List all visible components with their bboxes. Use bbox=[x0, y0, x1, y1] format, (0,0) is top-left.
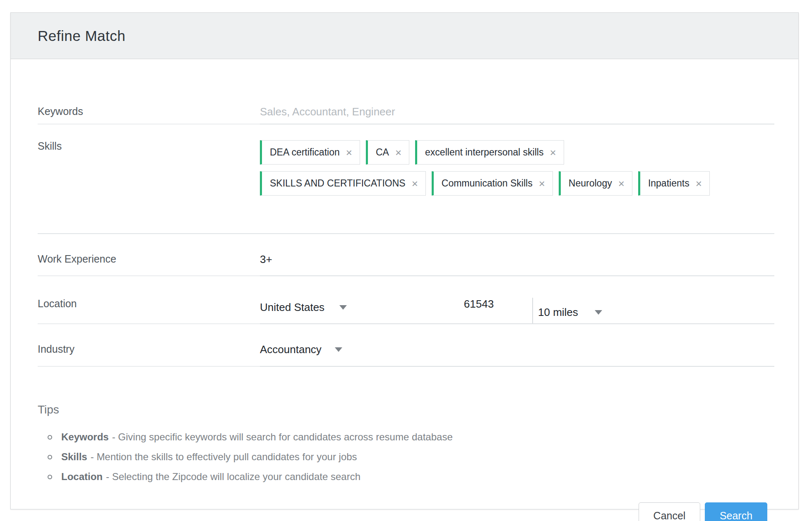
tips-heading: Tips bbox=[38, 403, 774, 416]
remove-skill-icon[interactable]: × bbox=[550, 147, 556, 158]
remove-skill-icon[interactable]: × bbox=[539, 178, 545, 189]
industry-select-value: Accountancy bbox=[260, 343, 322, 356]
tips-item-keywords: Keywords - Giving specific keywords will… bbox=[38, 427, 774, 447]
skill-chip-label: Neurology bbox=[569, 178, 612, 189]
tips-list: Keywords - Giving specific keywords will… bbox=[38, 427, 774, 487]
tips-text: - Selecting the Zipcode will localize yo… bbox=[106, 471, 360, 483]
radius-select[interactable]: 10 miles bbox=[532, 298, 774, 323]
keywords-label: Keywords bbox=[38, 105, 260, 124]
work-experience-label: Work Experience bbox=[38, 253, 260, 276]
country-select-value: United States bbox=[260, 301, 324, 314]
radius-select-value: 10 miles bbox=[538, 306, 578, 319]
industry-label: Industry bbox=[38, 343, 260, 367]
keywords-row: Keywords bbox=[38, 59, 774, 124]
dialog-header: Refine Match bbox=[11, 13, 798, 59]
page-title: Refine Match bbox=[38, 28, 125, 44]
dialog-body: Keywords Skills DEA certification × CA bbox=[11, 59, 798, 509]
skill-chip-label: excellent interpersonal skills bbox=[425, 147, 543, 158]
skills-chips-row-2: SKILLS AND CERTIFICATIONS × Communicatio… bbox=[260, 171, 774, 196]
work-experience-value[interactable]: 3+ bbox=[260, 253, 774, 276]
tips-item-location: Location - Selecting the Zipcode will lo… bbox=[38, 467, 774, 487]
search-button[interactable]: Search bbox=[705, 502, 767, 521]
skill-chip[interactable]: SKILLS AND CERTIFICATIONS × bbox=[260, 171, 426, 196]
tips-term: Skills bbox=[61, 451, 87, 463]
location-row: Location United States 61543 10 miles bbox=[38, 276, 774, 324]
country-select[interactable]: United States bbox=[260, 298, 425, 314]
industry-row: Industry Accountancy bbox=[38, 324, 774, 367]
skill-chip-label: CA bbox=[376, 147, 389, 158]
industry-select[interactable]: Accountancy bbox=[260, 343, 342, 356]
bullet-circle-icon bbox=[48, 435, 52, 440]
keywords-input[interactable] bbox=[260, 105, 774, 118]
skill-chip[interactable]: Inpatients × bbox=[638, 171, 710, 196]
work-experience-row: Work Experience 3+ bbox=[38, 234, 774, 276]
skill-chip-label: SKILLS AND CERTIFICATIONS bbox=[270, 178, 406, 189]
cancel-button[interactable]: Cancel bbox=[639, 502, 700, 521]
remove-skill-icon[interactable]: × bbox=[412, 178, 418, 189]
bullet-circle-icon bbox=[48, 455, 52, 459]
skills-chips-cell: DEA certification × CA × excellent inter… bbox=[260, 140, 774, 196]
tips-term: Keywords bbox=[61, 431, 109, 443]
bullet-circle-icon bbox=[48, 475, 52, 479]
location-label: Location bbox=[38, 298, 260, 324]
tips-term: Location bbox=[61, 471, 103, 483]
remove-skill-icon[interactable]: × bbox=[346, 147, 352, 158]
skill-chip[interactable]: Neurology × bbox=[559, 171, 632, 196]
keywords-field-cell bbox=[260, 105, 774, 124]
remove-skill-icon[interactable]: × bbox=[696, 178, 702, 189]
chevron-down-icon bbox=[335, 347, 342, 352]
industry-value-cell: Accountancy bbox=[260, 343, 774, 367]
skill-chip[interactable]: excellent interpersonal skills × bbox=[415, 140, 564, 165]
skill-chip-label: DEA certification bbox=[270, 147, 340, 158]
tips-text: - Mention the skills to effectively pull… bbox=[91, 451, 357, 463]
remove-skill-icon[interactable]: × bbox=[395, 147, 401, 158]
tips-section: Tips Keywords - Giving specific keywords… bbox=[38, 403, 774, 487]
remove-skill-icon[interactable]: × bbox=[618, 178, 625, 189]
skills-chips: DEA certification × CA × excellent inter… bbox=[260, 140, 774, 196]
chevron-down-icon bbox=[339, 305, 347, 310]
skills-label: Skills bbox=[38, 140, 260, 152]
location-value-cell: United States 61543 10 miles bbox=[260, 298, 774, 324]
skill-chip-label: Inpatients bbox=[648, 178, 689, 189]
tips-item-skills: Skills - Mention the skills to effective… bbox=[38, 447, 774, 467]
skill-chip[interactable]: Communication Skills × bbox=[432, 171, 553, 196]
skill-chip[interactable]: DEA certification × bbox=[260, 140, 360, 165]
skills-row: Skills DEA certification × CA × excell bbox=[38, 124, 774, 196]
refine-match-dialog: Refine Match Keywords Skills DEA certifi… bbox=[10, 12, 799, 509]
zipcode-field[interactable]: 61543 bbox=[425, 298, 532, 311]
chevron-down-icon bbox=[595, 310, 602, 315]
skill-chip[interactable]: CA × bbox=[366, 140, 409, 165]
skill-chip-label: Communication Skills bbox=[442, 178, 533, 189]
tips-text: - Giving specific keywords will search f… bbox=[112, 431, 453, 443]
skills-chips-row-1: DEA certification × CA × excellent inter… bbox=[260, 140, 774, 165]
dialog-actions: Cancel Search bbox=[639, 502, 767, 521]
